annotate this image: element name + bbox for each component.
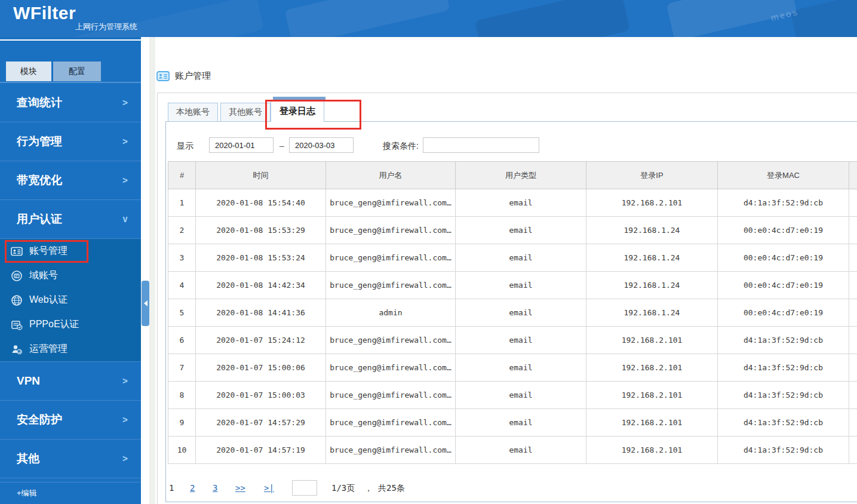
table-row[interactable]: 2 2020-01-08 15:53:29 bruce_geng@imfirew… [168, 217, 857, 244]
cell-login-mac: 00:e0:4c:d7:e0:19 [718, 299, 849, 327]
cell-time: 2020-01-07 15:00:06 [196, 354, 326, 382]
sidebar-item-query-stats[interactable]: 查询统计 > [0, 84, 141, 122]
col-cutoff [849, 162, 857, 189]
page-jump-input[interactable] [292, 480, 317, 496]
cell-cutoff [849, 299, 857, 327]
sidebar-item-security[interactable]: 安全防护 > [0, 401, 141, 440]
page-2-link[interactable]: 2 [190, 478, 195, 498]
cell-login-ip: 192.168.1.24 [586, 272, 718, 299]
sidebar-item-label: 带宽优化 [17, 173, 62, 188]
page-3-link[interactable]: 3 [213, 478, 217, 498]
last-page-link[interactable]: >| [264, 478, 274, 498]
table-row[interactable]: 3 2020-01-08 15:53:24 bruce_geng@imfirew… [168, 244, 857, 272]
cell-login-ip: 192.168.1.24 [586, 217, 718, 244]
login-log-table: # 时间 用户名 用户类型 登录IP 登录MAC 1 2020-01-08 15… [168, 161, 857, 464]
cell-index: 10 [168, 437, 196, 464]
cell-login-mac: 00:e0:4c:d7:e0:19 [718, 244, 849, 272]
keyboard-bg-decor [284, 0, 450, 37]
cell-login-ip: 192.168.2.101 [586, 189, 718, 217]
cell-username: bruce_geng@imfirewall.com… [326, 409, 456, 437]
cell-time: 2020-01-08 15:53:24 [196, 244, 326, 272]
cell-cutoff [849, 272, 857, 299]
sidebar-item-label: 账号管理 [29, 245, 67, 257]
total-records: 共25条 [378, 478, 405, 498]
sidebar-top-divider [0, 39, 141, 41]
date-from-input[interactable] [209, 137, 274, 153]
tab-login-log[interactable]: 登录日志 [271, 100, 324, 122]
sidebar-item-pppoe-auth[interactable]: PPPoE认证 [0, 312, 141, 337]
sidebar-tabbar-divider [0, 82, 141, 83]
next-pages-link[interactable]: >> [235, 478, 245, 498]
cell-login-ip: 192.168.2.101 [586, 382, 718, 409]
table-row[interactable]: 4 2020-01-08 14:42:34 bruce_geng@imfirew… [168, 272, 857, 299]
cell-index: 8 [168, 382, 196, 409]
id-card-icon [156, 71, 170, 81]
cell-username: bruce_geng@imfirewall.com… [326, 189, 456, 217]
cell-login-ip: 192.168.1.24 [586, 244, 718, 272]
collapse-left-icon [144, 300, 148, 306]
cell-user-type: email [456, 244, 586, 272]
search-input[interactable] [423, 137, 539, 153]
sidebar-collapse-handle[interactable] [142, 281, 149, 326]
sidebar-item-label: 行为管理 [17, 134, 62, 149]
cell-cutoff [849, 409, 857, 437]
col-user-type: 用户类型 [456, 162, 586, 189]
sidebar-item-domain-account[interactable]: 域账号 [0, 263, 141, 288]
table-row[interactable]: 10 2020-01-07 14:57:19 bruce_geng@imfire… [168, 437, 857, 464]
cell-user-type: email [456, 409, 586, 437]
table-header-row: # 时间 用户名 用户类型 登录IP 登录MAC [168, 162, 857, 189]
sidebar: 模块 配置 查询统计 > 行为管理 > 带宽优化 > 用户认证 v [0, 37, 141, 504]
table-row[interactable]: 1 2020-01-08 15:54:40 bruce_geng@imfirew… [168, 189, 857, 217]
cell-username: bruce_geng@imfirewall.com… [326, 382, 456, 409]
cell-index: 6 [168, 327, 196, 354]
cell-time: 2020-01-08 15:53:29 [196, 217, 326, 244]
cell-index: 2 [168, 217, 196, 244]
sidebar-submenu-user-auth: 账号管理 域账号 Web认证 [0, 239, 141, 362]
cell-username: bruce_geng@imfirewall.com… [326, 272, 456, 299]
table-row[interactable]: 6 2020-01-07 15:24:12 bruce_geng@imfirew… [168, 327, 857, 354]
cell-index: 9 [168, 409, 196, 437]
cell-login-mac: 00:e0:4c:d7:e0:19 [718, 272, 849, 299]
tab-local-accounts[interactable]: 本地账号 [168, 103, 218, 122]
cell-login-ip: 192.168.2.101 [586, 327, 718, 354]
sidebar-item-label: VPN [17, 374, 40, 388]
sidebar-item-other[interactable]: 其他 > [0, 440, 141, 478]
sidebar-tab-config[interactable]: 配置 [53, 62, 101, 81]
cell-time: 2020-01-07 15:00:03 [196, 382, 326, 409]
table-row[interactable]: 7 2020-01-07 15:00:06 bruce_geng@imfirew… [168, 354, 857, 382]
active-tab-indicator [273, 97, 325, 100]
page-current: 1 [169, 478, 174, 498]
sidebar-item-user-auth[interactable]: 用户认证 v [0, 200, 141, 239]
date-to-input[interactable] [289, 137, 354, 153]
sidebar-item-label: 域账号 [29, 269, 58, 282]
chevron-down-icon: v [122, 214, 128, 225]
table-row[interactable]: 9 2020-01-07 14:57:29 bruce_geng@imfirew… [168, 409, 857, 437]
sidebar-item-label: 用户认证 [17, 211, 62, 227]
cell-cutoff [849, 189, 857, 217]
cell-login-mac: d4:1a:3f:52:9d:cb [718, 327, 849, 354]
sidebar-item-web-auth[interactable]: Web认证 [0, 288, 141, 312]
cell-index: 7 [168, 354, 196, 382]
table-row[interactable]: 5 2020-01-08 14:41:36 admin email 192.16… [168, 299, 857, 327]
chevron-right-icon: > [122, 97, 128, 108]
cell-user-type: email [456, 272, 586, 299]
cell-user-type: email [456, 189, 586, 217]
document-check-icon [11, 319, 23, 331]
cell-username: bruce_geng@imfirewall.com… [326, 354, 456, 382]
cell-login-ip: 192.168.2.101 [586, 354, 718, 382]
cell-time: 2020-01-08 15:54:40 [196, 189, 326, 217]
cell-login-ip: 192.168.2.101 [586, 409, 718, 437]
sidebar-item-account-mgmt[interactable]: 账号管理 [0, 239, 141, 263]
sidebar-item-operation-mgmt[interactable]: 运营管理 [0, 337, 141, 361]
tab-other-accounts[interactable]: 其他账号 [220, 103, 271, 122]
sidebar-item-vpn[interactable]: VPN > [0, 362, 141, 401]
cell-cutoff [849, 217, 857, 244]
sidebar-item-behavior-mgmt[interactable]: 行为管理 > [0, 122, 141, 161]
sidebar-item-bandwidth[interactable]: 带宽优化 > [0, 161, 141, 200]
table-row[interactable]: 8 2020-01-07 15:00:03 bruce_geng@imfirew… [168, 382, 857, 409]
app-header: meos WFilter 上网行为管理系统 [0, 0, 857, 37]
page-title: 账户管理 [175, 70, 211, 82]
show-label: 显示 [177, 141, 193, 152]
sidebar-tab-modules[interactable]: 模块 [6, 62, 51, 81]
cell-cutoff [849, 354, 857, 382]
